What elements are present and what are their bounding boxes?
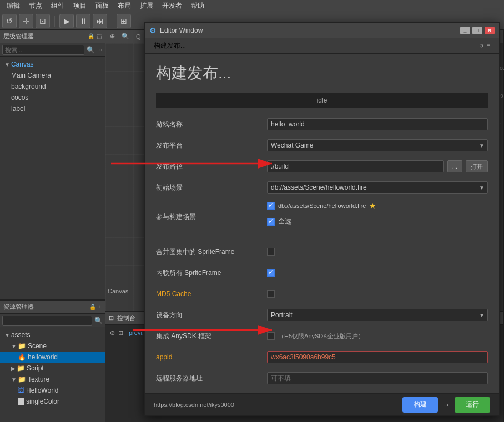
editor-titlebar: ⚙ Editor Window _ □ ✕: [145, 23, 499, 38]
browse-button[interactable]: ...: [447, 160, 462, 172]
appid-label: appid: [156, 353, 267, 361]
path-control: ... 打开: [267, 160, 488, 172]
star-icon[interactable]: ★: [369, 201, 376, 210]
md5-checkbox[interactable]: [267, 290, 275, 298]
assets-item-script[interactable]: ▶ 📁 Script: [0, 363, 105, 374]
script-arrow-icon: ▶: [11, 365, 16, 372]
game-name-input[interactable]: [267, 118, 488, 130]
assets-lock-icon[interactable]: 🔒: [89, 304, 96, 310]
assets-item-assets[interactable]: ▼ assets: [0, 329, 105, 340]
menu-item-layout[interactable]: 布局: [113, 0, 135, 12]
tree-item-cocos[interactable]: cocos: [0, 92, 105, 103]
assets-item-texture[interactable]: ▼ 📁 Texture: [0, 374, 105, 385]
build-scene-checkbox[interactable]: [267, 202, 275, 210]
md5-row: MD5 Cache: [156, 287, 488, 301]
tree-item-background[interactable]: background: [0, 81, 105, 92]
maximize-btn[interactable]: □: [472, 27, 482, 34]
appid-input[interactable]: [267, 351, 488, 363]
md5-control: [267, 290, 488, 298]
sprite-frame-checkbox[interactable]: [267, 248, 275, 256]
game-name-label: 游戏名称: [156, 120, 267, 129]
assets-item-helloworld2[interactable]: 🖼 HelloWorld: [0, 385, 105, 396]
hierarchy-panel: 层级管理器 🔒 ⬚ 🔍 ↔ ↺ ▼ Canvas Main C: [0, 30, 105, 300]
platform-select[interactable]: Wechat Game: [267, 139, 488, 151]
scene-btn-1[interactable]: ⊕: [108, 32, 117, 41]
control-title: 控制台: [117, 314, 135, 322]
run-button[interactable]: 运行: [455, 397, 490, 413]
anysdk-checkbox[interactable]: [267, 332, 275, 340]
hierarchy-lock-icon[interactable]: 🔒: [88, 33, 94, 39]
bottom-bar: https://blog.csdn.net/ikys0000 构建 → 运行: [145, 393, 499, 415]
menu-item-help[interactable]: 帮助: [187, 0, 209, 12]
scene-btn-2[interactable]: 🔍: [119, 32, 132, 41]
step-btn[interactable]: ⏭: [93, 14, 107, 28]
menu-item-project[interactable]: 项目: [69, 0, 91, 12]
assets-item-scene[interactable]: ▼ 📁 Scene: [0, 340, 105, 352]
close-btn[interactable]: ✕: [485, 27, 495, 34]
orientation-row: 设备方向 Portrait ▼: [156, 308, 488, 322]
platform-label: 发布平台: [156, 141, 267, 150]
menu-item-component[interactable]: 组件: [47, 0, 69, 12]
path-input[interactable]: [267, 160, 444, 172]
orientation-select-wrapper: Portrait ▼: [267, 309, 488, 321]
game-name-control: [267, 118, 488, 130]
subheader-menu-icon[interactable]: ≡: [487, 43, 490, 49]
assets-search-bar: 🔍: [0, 314, 105, 327]
all-select-checkbox[interactable]: [267, 218, 275, 226]
assets-item-singlecolor[interactable]: singleColor: [0, 396, 105, 407]
scene-btn-3[interactable]: Q: [134, 32, 143, 41]
refresh-btn[interactable]: ↺: [2, 14, 17, 28]
console-error-icon[interactable]: ⊡: [118, 329, 123, 337]
menu-item-panel[interactable]: 面板: [91, 0, 113, 12]
menu-item-extend[interactable]: 扩展: [135, 0, 158, 12]
hierarchy-icons: 🔒 ⬚: [88, 33, 102, 39]
select-btn[interactable]: ⊡: [36, 14, 50, 28]
subheader-refresh-icon[interactable]: ↺: [479, 43, 483, 49]
hierarchy-search-input[interactable]: [2, 45, 84, 55]
singlecolor-label: singleColor: [26, 398, 59, 405]
color-icon: [18, 398, 24, 405]
remote-server-control: [267, 372, 488, 384]
assets-icons: 🔒 +: [89, 304, 102, 310]
anysdk-note: （H5仅限AnySDK企业版用户）: [278, 332, 364, 340]
assets-tree: ▼ assets ▼ 📁 Scene 🔥 helloworld: [0, 327, 105, 422]
all-select-label: 全选: [278, 217, 291, 226]
open-button[interactable]: 打开: [466, 160, 488, 172]
inner-sprite-checkbox[interactable]: [267, 269, 275, 277]
play-btn[interactable]: ▶: [59, 14, 74, 28]
scene-path-row: db://assets/Scene/helloworld.fire ★: [267, 201, 376, 210]
menu-bar: 编辑 节点 组件 项目 面板 布局 扩展 开发者 帮助: [0, 0, 504, 12]
appid-row: appid: [156, 350, 488, 364]
hierarchy-expand-icon[interactable]: ⬚: [97, 33, 102, 39]
search-icon[interactable]: 🔍: [87, 46, 95, 54]
orientation-select[interactable]: Portrait: [267, 309, 488, 321]
build-button[interactable]: 构建: [402, 397, 438, 413]
grid-btn[interactable]: ⊞: [117, 14, 131, 28]
platform-row: 发布平台 Wechat Game ▼: [156, 138, 488, 152]
assets-new-icon[interactable]: +: [98, 304, 102, 310]
pause-btn[interactable]: ⏸: [76, 14, 90, 28]
console-warn-icon[interactable]: ⊘: [110, 329, 115, 337]
cocos-label: cocos: [11, 94, 28, 101]
tree-item-canvas[interactable]: ▼ Canvas: [0, 59, 105, 70]
menu-item-edit[interactable]: 编辑: [2, 0, 24, 12]
status-bar: idle: [156, 93, 488, 108]
assets-search-icon[interactable]: 🔍: [94, 317, 103, 324]
orientation-control: Portrait ▼: [267, 309, 488, 321]
remote-server-input[interactable]: [267, 372, 488, 384]
assets-search-input[interactable]: [2, 316, 92, 326]
tree-item-label[interactable]: label: [0, 103, 105, 114]
tree-item-maincamera[interactable]: Main Camera: [0, 70, 105, 81]
background-label: background: [11, 83, 46, 90]
scene-select[interactable]: db://assets/Scene/helloworld.fire: [267, 181, 488, 194]
editor-window: ⚙ Editor Window _ □ ✕ 构建发布... ↺ ≡ 构建发布..…: [144, 22, 500, 416]
move-btn[interactable]: ✛: [19, 14, 33, 28]
minimize-btn[interactable]: _: [460, 27, 470, 34]
expand-all-icon[interactable]: ↔: [97, 46, 104, 54]
assets-item-helloworld[interactable]: 🔥 helloworld: [0, 352, 105, 363]
folder-icon: 📁: [18, 342, 26, 350]
hierarchy-title: 层级管理器: [3, 32, 34, 40]
menu-item-node[interactable]: 节点: [24, 0, 47, 12]
editor-window-title: Editor Window: [160, 27, 203, 34]
menu-item-developer[interactable]: 开发者: [158, 0, 187, 12]
